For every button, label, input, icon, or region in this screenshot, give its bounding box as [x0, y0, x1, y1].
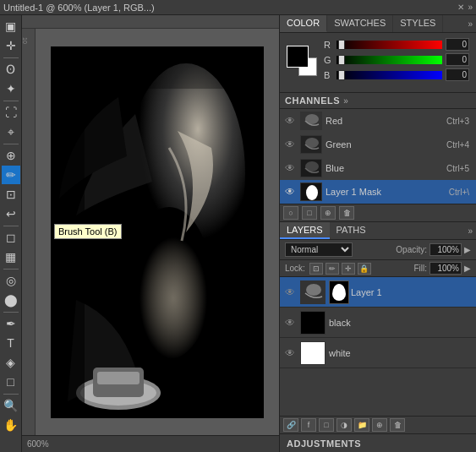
- tool-healing[interactable]: ⊕: [2, 146, 20, 165]
- layers-panel-options: »: [468, 222, 476, 239]
- svg-point-16: [306, 185, 318, 200]
- tab-color[interactable]: COLOR: [280, 15, 327, 32]
- g-value-input[interactable]: [446, 53, 469, 66]
- tool-separator-3: [3, 144, 19, 144]
- layer-name-1: Layer 1: [351, 287, 473, 297]
- r-value-input[interactable]: [446, 38, 469, 51]
- color-sliders: R G: [324, 38, 469, 84]
- tab-styles[interactable]: STYLES: [393, 15, 443, 32]
- title-bar-text: Untitled-1 @ 600% (Layer 1, RGB...): [3, 3, 454, 13]
- channel-row-blue[interactable]: 👁 Blue Ctrl+5: [280, 156, 476, 180]
- delete-layer-btn[interactable]: 🗑: [390, 418, 405, 432]
- tab-layers[interactable]: LAYERS: [280, 222, 330, 239]
- channel-eye-mask[interactable]: 👁: [283, 186, 297, 198]
- channel-thumb-red: [300, 112, 322, 130]
- layer-row-white[interactable]: 👁 white: [280, 338, 476, 368]
- color-panel: COLOR SWATCHES STYLES »: [280, 15, 476, 93]
- layer-eye-black[interactable]: 👁: [283, 317, 297, 329]
- channel-eye-red[interactable]: 👁: [283, 115, 297, 127]
- canvas-image: Brush Tool (B): [51, 46, 264, 418]
- channel-eye-blue[interactable]: 👁: [283, 162, 297, 174]
- canvas-content[interactable]: Brush Tool (B): [36, 29, 279, 435]
- ruler-left: 4 5 6 7 8 9 10: [22, 29, 36, 435]
- tool-hand[interactable]: ✋: [2, 416, 20, 434]
- lock-transparent-btn[interactable]: ⊡: [309, 263, 323, 275]
- tool-stamp[interactable]: ⊡: [2, 185, 20, 204]
- new-group-btn[interactable]: 📁: [354, 418, 369, 432]
- load-channel-btn[interactable]: ○: [283, 206, 298, 220]
- delete-channel-btn[interactable]: 🗑: [339, 206, 354, 220]
- layer-thumb-black: [300, 311, 326, 335]
- g-slider-track[interactable]: [336, 56, 442, 64]
- save-channel-btn[interactable]: □: [302, 206, 317, 220]
- lock-row: Lock: ⊡ ✏ ✛ 🔒 Fill: ▶: [280, 260, 476, 277]
- tool-lasso[interactable]: ʘ: [2, 60, 20, 79]
- tool-separator-2: [3, 101, 19, 101]
- tool-brush[interactable]: ✏: [2, 166, 20, 184]
- layer-row-black[interactable]: 👁 black: [280, 308, 476, 338]
- layer-thumb-white: [300, 341, 326, 365]
- close-button[interactable]: ✕: [454, 3, 468, 12]
- b-slider-track[interactable]: [336, 71, 442, 79]
- new-channel-btn[interactable]: ⊕: [320, 206, 336, 220]
- fill-arrow[interactable]: ▶: [464, 264, 471, 273]
- svg-point-2: [127, 207, 211, 359]
- layer-eye-1[interactable]: 👁: [283, 286, 297, 298]
- opacity-arrow[interactable]: ▶: [464, 245, 471, 254]
- r-slider-track[interactable]: [336, 41, 442, 49]
- tool-eraser[interactable]: ◻: [2, 228, 20, 247]
- tool-pen[interactable]: ✒: [2, 314, 20, 333]
- tool-eyedropper[interactable]: ⌖: [2, 123, 20, 141]
- tool-marquee[interactable]: ▣: [2, 17, 20, 35]
- channel-eye-green[interactable]: 👁: [283, 139, 297, 150]
- channel-row-green[interactable]: 👁 Green Ctrl+4: [280, 133, 476, 156]
- tab-swatches[interactable]: SWATCHES: [327, 15, 393, 32]
- toolbox: ▣ ✛ ʘ ✦ ⛶ ⌖ ⊕ ✏ ⊡ ↩ ◻ ▦ ◎ ⬤ ✒ T ◈ □ 🔍: [0, 15, 22, 452]
- lock-all-btn[interactable]: 🔒: [358, 263, 371, 275]
- blend-mode-select[interactable]: Normal: [285, 242, 353, 257]
- channel-shortcut-green: Ctrl+4: [446, 140, 469, 150]
- layer-eye-white[interactable]: 👁: [283, 347, 297, 359]
- layers-options-icon[interactable]: »: [468, 226, 473, 236]
- tool-blur[interactable]: ◎: [2, 271, 20, 290]
- opacity-input[interactable]: [429, 243, 462, 256]
- tool-gradient[interactable]: ▦: [2, 248, 20, 266]
- b-label: B: [324, 70, 334, 80]
- tool-path-select[interactable]: ◈: [2, 353, 20, 372]
- tool-magic-wand[interactable]: ✦: [2, 79, 20, 98]
- layer-row-1[interactable]: 👁 Layer 1: [280, 277, 476, 308]
- fill-input[interactable]: [429, 262, 462, 275]
- lock-label: Lock:: [285, 264, 305, 273]
- channels-title: CHANNELS: [285, 95, 340, 106]
- adjustment-layer-btn[interactable]: ◑: [336, 418, 352, 432]
- expand-button[interactable]: »: [468, 3, 473, 12]
- channel-row-red[interactable]: 👁 Red Ctrl+3: [280, 109, 476, 133]
- svg-rect-8: [51, 46, 264, 89]
- lock-image-btn[interactable]: ✏: [326, 263, 339, 275]
- channels-menu-icon[interactable]: »: [343, 96, 348, 106]
- channel-name-red: Red: [326, 116, 446, 126]
- fill-label: Fill:: [413, 264, 427, 273]
- foreground-color-swatch[interactable]: [287, 46, 309, 68]
- add-mask-btn[interactable]: □: [319, 418, 334, 432]
- tool-move[interactable]: ✛: [2, 36, 20, 55]
- tab-paths[interactable]: PATHS: [330, 222, 373, 239]
- channel-thumb-green: [300, 135, 322, 154]
- color-options-icon[interactable]: »: [468, 19, 473, 29]
- lock-position-btn[interactable]: ✛: [342, 263, 355, 275]
- channel-shortcut-red: Ctrl+3: [446, 117, 469, 126]
- b-value-input[interactable]: [446, 68, 469, 81]
- tool-shape[interactable]: □: [2, 373, 20, 391]
- link-layers-btn[interactable]: 🔗: [283, 418, 298, 432]
- tool-crop[interactable]: ⛶: [2, 103, 20, 122]
- tool-zoom[interactable]: 🔍: [2, 396, 20, 415]
- channel-row-mask[interactable]: 👁 Layer 1 Mask Ctrl+\: [280, 180, 476, 204]
- tool-dodge[interactable]: ⬤: [2, 291, 20, 309]
- svg-point-18: [306, 284, 321, 296]
- tool-type[interactable]: T: [2, 334, 20, 352]
- channel-name-blue: Blue: [326, 163, 446, 173]
- tool-history[interactable]: ↩: [2, 204, 20, 223]
- new-layer-btn[interactable]: ⊕: [372, 418, 387, 432]
- layer-style-btn[interactable]: f: [301, 418, 316, 432]
- tool-separator-7: [3, 394, 19, 395]
